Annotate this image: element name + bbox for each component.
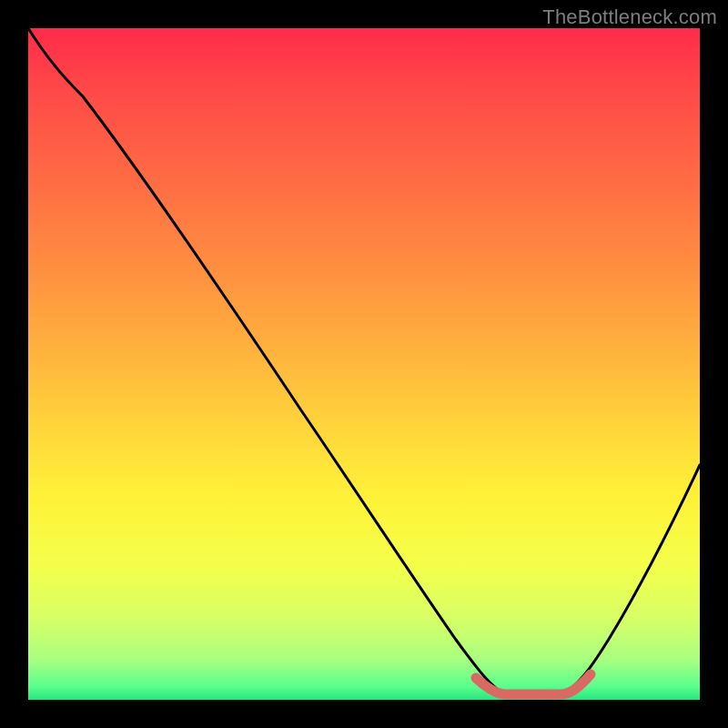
- watermark-text: TheBottleneck.com: [542, 5, 717, 29]
- bottleneck-curve: [28, 28, 700, 694]
- curve-layer: [28, 28, 700, 700]
- chart-frame: TheBottleneck.com: [0, 0, 728, 728]
- plot-area: [28, 28, 700, 700]
